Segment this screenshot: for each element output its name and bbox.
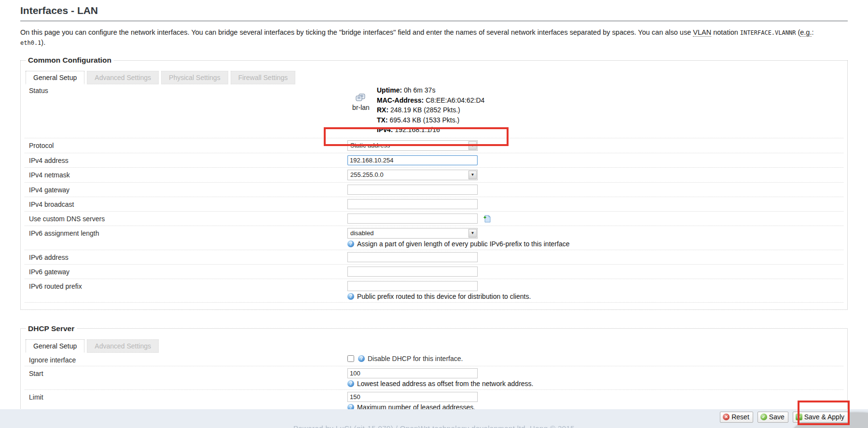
bridge-interface-icon	[355, 94, 367, 102]
reset-button[interactable]: ✕Reset	[720, 412, 753, 423]
ipv6-routed-prefix-row: IPv6 routed prefix ? Public prefix route…	[25, 279, 843, 303]
ipv4-address-input[interactable]	[347, 155, 478, 165]
protocol-row: Protocol Static address ▼	[25, 138, 843, 153]
dhcp-start-row: Start ? Lowest leased address as offset …	[25, 366, 843, 390]
bridge-device: br-lan	[347, 85, 374, 111]
ipv4-gateway-label: IPv4 gateway	[29, 185, 347, 194]
uptime-value: 0h 6m 37s	[404, 86, 435, 94]
ipv4-broadcast-input[interactable]	[347, 199, 478, 209]
footer-text: Powered by LuCI (git-15.079) / OpenWrt t…	[0, 424, 868, 428]
help-icon: ?	[347, 293, 354, 300]
add-entry-icon[interactable]	[483, 214, 491, 223]
status-row: Status br-lan	[25, 84, 843, 138]
common-config-tabs: General Setup Advanced Settings Physical…	[26, 71, 843, 84]
eg-abbr: e.g.	[800, 28, 812, 37]
ipv6-address-input[interactable]	[347, 252, 478, 262]
ipv4-gateway-input[interactable]	[347, 185, 478, 195]
ipv6-address-row: IPv6 address	[25, 250, 843, 265]
description-text: On this page you can configure the netwo…	[20, 28, 693, 36]
ipv6-gateway-row: IPv6 gateway	[25, 265, 843, 279]
apply-icon: ▶	[796, 414, 802, 420]
ipv4-address-row: IPv4 address	[25, 153, 843, 168]
ignore-interface-label: Ignore interface	[29, 355, 347, 364]
common-configuration-section: Common Configuration General Setup Advan…	[20, 56, 848, 310]
ipv6-routed-prefix-label: IPv6 routed prefix	[29, 281, 347, 290]
save-icon: ✓	[760, 414, 767, 420]
custom-dns-input[interactable]	[347, 214, 478, 224]
interface-config-page: Interfaces - LAN On this page you can co…	[0, 0, 868, 428]
protocol-select[interactable]: Static address ▼	[347, 140, 478, 151]
ignore-interface-row: Ignore interface ? Disable DHCP for this…	[25, 353, 843, 366]
chevron-down-icon[interactable]: ▼	[468, 171, 477, 179]
interface-vlannr-code: INTERFACE.VLANNR	[740, 29, 796, 36]
tab-general-setup[interactable]: General Setup	[26, 71, 84, 84]
disable-dhcp-checkbox[interactable]	[347, 355, 354, 362]
help-icon: ?	[347, 241, 354, 247]
dhcp-server-legend: DHCP Server	[26, 324, 77, 333]
ipv6-assignment-help: ? Assign a part of given length of every…	[347, 240, 843, 248]
save-button[interactable]: ✓Save	[758, 412, 788, 423]
dhcp-start-input[interactable]	[347, 368, 478, 378]
chevron-down-icon[interactable]: ▼	[468, 141, 477, 150]
dhcp-abbr: DHCP	[392, 355, 411, 362]
mac-value: C8:EE:A6:04:62:D4	[426, 96, 484, 104]
tab-advanced-settings[interactable]: Advanced Settings	[87, 71, 159, 84]
ipv4-broadcast-label: IPv4 broadcast	[29, 199, 347, 208]
dhcp-tab-general-setup[interactable]: General Setup	[26, 339, 84, 353]
rx-value: 248.19 KB (2852 Pkts.)	[390, 106, 460, 114]
chevron-down-icon[interactable]: ▼	[468, 229, 477, 238]
ipv6-routed-prefix-input[interactable]	[347, 281, 478, 291]
help-icon: ?	[358, 355, 365, 362]
action-buttons: ✕Reset ✓Save ▶Save & Apply	[720, 412, 848, 423]
ipv4-netmask-select[interactable]: 255.255.0.0 ▼	[347, 170, 478, 180]
ipv6-assignment-select[interactable]: disabled ▼	[347, 228, 478, 239]
tab-physical-settings[interactable]: Physical Settings	[161, 71, 228, 84]
ipv6-gateway-input[interactable]	[347, 267, 478, 277]
reset-icon: ✕	[723, 414, 730, 420]
page-title: Interfaces - LAN	[20, 5, 848, 21]
ipv6-gateway-label: IPv6 gateway	[29, 267, 347, 276]
ipv6-address-label: IPv6 address	[29, 252, 347, 261]
ipv4-gateway-row: IPv4 gateway	[25, 183, 843, 197]
eth-example-code: eth0.1	[20, 40, 41, 46]
common-configuration-legend: Common Configuration	[26, 56, 114, 65]
ipv6-assignment-label: IPv6 assignment length	[29, 228, 347, 237]
ipv4-netmask-row: IPv4 netmask 255.255.0.0 ▼	[25, 168, 843, 183]
ipv4-address-label: IPv4 address	[29, 155, 347, 164]
tx-value: 695.43 KB (1533 Pkts.)	[389, 116, 459, 124]
custom-dns-label: Use custom DNS servers	[29, 214, 347, 223]
dhcp-limit-label: Limit	[29, 392, 347, 401]
ignore-interface-help: Disable DHCP for this interface.	[368, 355, 463, 362]
page-description: On this page you can configure the netwo…	[20, 27, 848, 48]
ipv6-assignment-row: IPv6 assignment length disabled ▼ ? Assi…	[25, 226, 843, 250]
status-label: Status	[29, 85, 347, 94]
protocol-label: Protocol	[29, 140, 347, 149]
dhcp-start-help: ? Lowest leased address as offset from t…	[347, 380, 843, 388]
ipv4-netmask-label: IPv4 netmask	[29, 170, 347, 179]
dhcp-tab-advanced-settings[interactable]: Advanced Settings	[87, 339, 159, 353]
help-icon: ?	[347, 380, 354, 387]
vlan-abbr: VLAN	[693, 28, 711, 37]
custom-dns-row: Use custom DNS servers	[25, 212, 843, 226]
ipv6-routed-prefix-help: ? Public prefix routed to this device fo…	[347, 293, 843, 300]
bridge-device-name: br-lan	[347, 104, 374, 111]
dhcp-limit-input[interactable]	[347, 392, 478, 402]
save-apply-button[interactable]: ▶Save & Apply	[793, 412, 848, 423]
ipv4-status-value: 192.168.1.1/16	[395, 126, 440, 134]
status-info: Uptime: 0h 6m 37s MAC-Address: C8:EE:A6:…	[377, 85, 484, 135]
tab-firewall-settings[interactable]: Firewall Settings	[231, 71, 296, 84]
dhcp-tabs: General Setup Advanced Settings	[26, 339, 843, 353]
ipv4-broadcast-row: IPv4 broadcast	[25, 197, 843, 212]
dhcp-start-label: Start	[29, 368, 347, 377]
